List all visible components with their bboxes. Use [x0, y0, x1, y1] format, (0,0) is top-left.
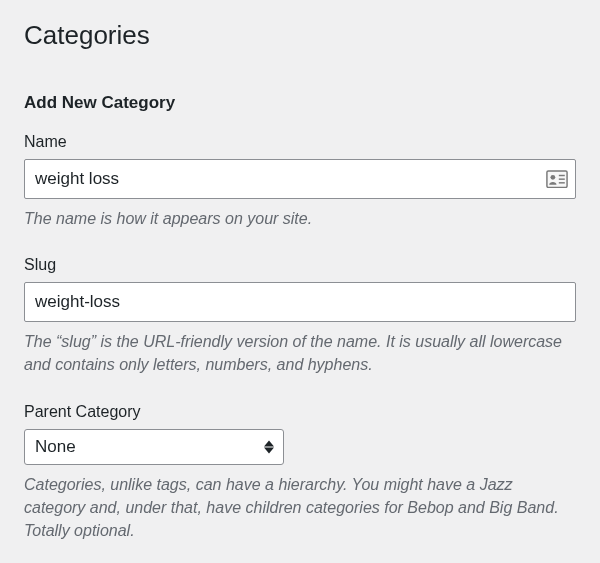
- slug-input-wrapper: [24, 282, 576, 322]
- slug-label: Slug: [24, 256, 576, 274]
- add-category-heading: Add New Category: [24, 93, 576, 113]
- name-field-group: Name The name is how it appears on your …: [24, 133, 576, 230]
- page-title: Categories: [24, 20, 576, 51]
- name-input[interactable]: [24, 159, 576, 199]
- slug-input[interactable]: [24, 282, 576, 322]
- slug-field-group: Slug The “slug” is the URL-friendly vers…: [24, 256, 576, 376]
- parent-select-wrapper: None: [24, 429, 284, 465]
- name-help-text: The name is how it appears on your site.: [24, 207, 576, 230]
- parent-help-text: Categories, unlike tags, can have a hier…: [24, 473, 576, 543]
- slug-help-text: The “slug” is the URL-friendly version o…: [24, 330, 576, 376]
- parent-field-group: Parent Category None Categories, unlike …: [24, 403, 576, 543]
- parent-label: Parent Category: [24, 403, 576, 421]
- name-input-wrapper: [24, 159, 576, 199]
- name-label: Name: [24, 133, 576, 151]
- parent-category-select[interactable]: None: [24, 429, 284, 465]
